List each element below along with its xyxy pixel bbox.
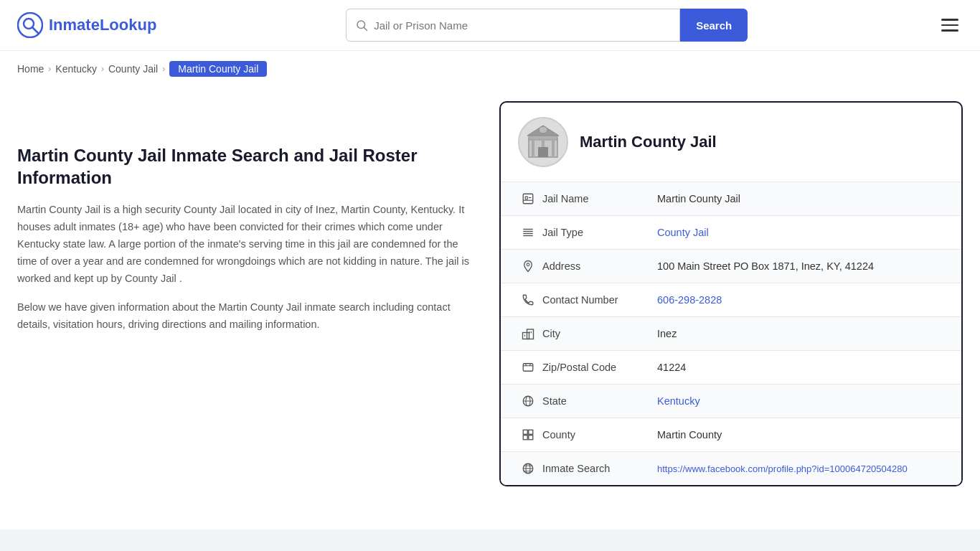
svg-point-12: [539, 126, 547, 133]
state-value: Kentucky: [657, 395, 944, 407]
hamburger-line: [941, 29, 958, 32]
jail-name-value: Martin County Jail: [657, 193, 944, 204]
jail-type-label: Jail Type: [542, 227, 657, 238]
jail-card: Martin County Jail Jail Name Martin Coun…: [499, 101, 963, 486]
search-icon: [355, 19, 368, 32]
breadcrumb: Home › Kentucky › County Jail › Martin C…: [0, 51, 980, 87]
city-label: City: [542, 328, 657, 339]
svg-rect-6: [538, 147, 548, 157]
breadcrumb-kentucky[interactable]: Kentucky: [55, 63, 97, 75]
page-title: Martin County Jail Inmate Search and Jai…: [17, 144, 476, 189]
state-icon: [518, 395, 538, 408]
info-row-inmate-search: Inmate Search https://www.facebook.com/p…: [501, 452, 961, 485]
info-row-county: County Martin County: [501, 418, 961, 452]
logo-icon: [17, 12, 43, 38]
right-column: Martin County Jail Jail Name Martin Coun…: [499, 101, 963, 486]
breadcrumb-chevron: ›: [48, 64, 51, 74]
search-input[interactable]: [374, 19, 671, 32]
search-bar: Search: [346, 9, 748, 42]
county-icon: [518, 428, 538, 441]
county-label: County: [542, 429, 657, 441]
info-table: Jail Name Martin County Jail Jail Type C…: [501, 182, 961, 485]
breadcrumb-chevron: ›: [101, 64, 104, 74]
svg-rect-35: [529, 430, 533, 434]
svg-rect-8: [532, 138, 534, 157]
jail-name-label: Jail Name: [542, 193, 657, 204]
phone-label: Contact Number: [542, 294, 657, 306]
zip-icon: [518, 361, 538, 374]
breadcrumb-chevron: ›: [162, 64, 165, 74]
jail-type-value: County Jail: [657, 227, 944, 238]
phone-icon: [518, 293, 538, 306]
inmate-search-label: Inmate Search: [542, 463, 657, 474]
jail-card-title: Martin County Jail: [580, 133, 717, 151]
phone-link[interactable]: 606-298-2828: [657, 294, 722, 306]
site-header: InmateLookup Search: [0, 0, 980, 51]
zip-label: Zip/Postal Code: [542, 362, 657, 373]
inmate-search-value: https://www.facebook.com/profile.php?id=…: [657, 463, 944, 474]
search-button[interactable]: Search: [680, 9, 748, 42]
svg-rect-13: [523, 194, 533, 204]
inmate-search-icon: [518, 462, 538, 475]
main-content: Martin County Jail Inmate Search and Jai…: [0, 87, 980, 515]
jail-name-icon: [518, 192, 538, 205]
address-value: 100 Main Street PO Box 1871, Inez, KY, 4…: [657, 260, 944, 272]
svg-rect-37: [529, 435, 533, 440]
jail-type-link[interactable]: County Jail: [657, 227, 709, 238]
info-row-city: City Inez: [501, 317, 961, 351]
info-row-address: Address 100 Main Street PO Box 1871, Ine…: [501, 250, 961, 283]
svg-rect-14: [525, 197, 527, 199]
phone-value: 606-298-2828: [657, 294, 944, 306]
city-value: Inez: [657, 328, 944, 339]
zip-value: 41224: [657, 362, 944, 373]
address-icon: [518, 260, 538, 273]
info-row-zip: Zip/Postal Code 41224: [501, 351, 961, 385]
svg-line-4: [364, 27, 367, 30]
logo-text: InmateLookup: [49, 16, 156, 34]
svg-point-0: [18, 13, 42, 37]
svg-rect-9: [552, 138, 555, 157]
state-link[interactable]: Kentucky: [657, 395, 700, 407]
footer-bar: [0, 529, 980, 551]
county-value: Martin County: [657, 429, 944, 441]
jail-type-icon: [518, 226, 538, 239]
hamburger-menu-button[interactable]: [937, 14, 963, 36]
info-row-state: State Kentucky: [501, 385, 961, 418]
breadcrumb-current: Martin County Jail: [169, 61, 267, 77]
address-label: Address: [542, 260, 657, 272]
left-column: Martin County Jail Inmate Search and Jai…: [17, 101, 476, 486]
description-paragraph-1: Martin County Jail is a high security Co…: [17, 202, 476, 288]
svg-rect-34: [523, 430, 527, 434]
search-input-wrapper: [346, 9, 680, 42]
logo-link[interactable]: InmateLookup: [17, 12, 156, 38]
description-paragraph-2: Below we have given information about th…: [17, 299, 476, 334]
breadcrumb-home[interactable]: Home: [17, 63, 44, 75]
svg-rect-22: [523, 333, 529, 339]
svg-point-21: [527, 263, 529, 266]
hamburger-line: [941, 19, 958, 21]
svg-rect-10: [542, 138, 545, 147]
jail-avatar: [518, 117, 568, 167]
jail-building-icon: [525, 124, 561, 160]
city-icon: [518, 327, 538, 340]
jail-card-header: Martin County Jail: [501, 103, 961, 182]
svg-rect-27: [523, 364, 533, 372]
info-row-phone: Contact Number 606-298-2828: [501, 283, 961, 317]
info-row-jail-name: Jail Name Martin County Jail: [501, 182, 961, 216]
svg-rect-36: [523, 435, 527, 440]
state-label: State: [542, 395, 657, 407]
info-row-jail-type: Jail Type County Jail: [501, 216, 961, 250]
hamburger-line: [941, 24, 958, 27]
svg-rect-23: [527, 329, 534, 339]
breadcrumb-county-jail[interactable]: County Jail: [108, 63, 158, 75]
svg-line-2: [32, 27, 38, 33]
inmate-search-link[interactable]: https://www.facebook.com/profile.php?id=…: [657, 463, 908, 474]
